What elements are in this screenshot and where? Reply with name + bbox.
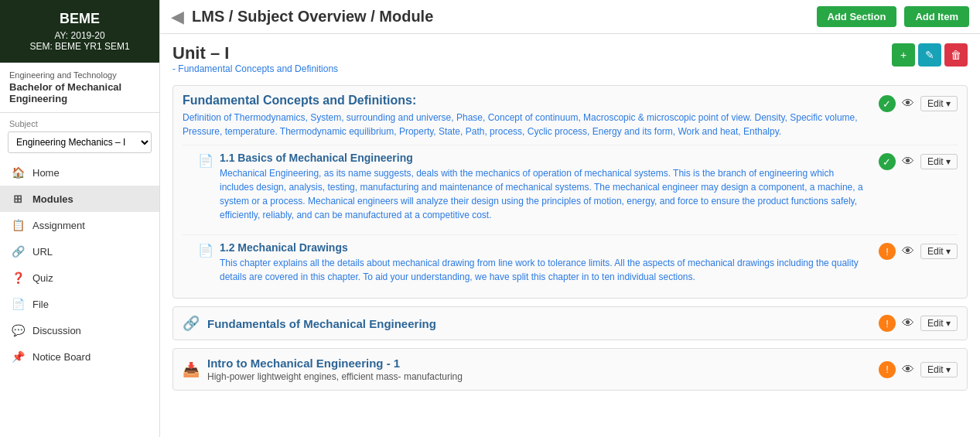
standalone-item-1-title: Fundamentals of Mechanical Engineering [207, 317, 879, 330]
main-content: ◀ LMS / Subject Overview / Module Add Se… [160, 0, 980, 437]
sub-item-1-2-content: 1.2 Mechanical Drawings This chapter exp… [220, 241, 865, 284]
course-faculty: Engineering and Technology [9, 70, 150, 80]
unit-add-button[interactable]: + [892, 43, 915, 67]
url-icon: 🔗 [11, 245, 25, 258]
sidebar: BEME AY: 2019-20 SEM: BEME YR1 SEM1 Engi… [0, 0, 160, 437]
sub-item-1-2: 📄 1.2 Mechanical Drawings This chapter e… [183, 234, 958, 290]
sub-item-1-2-status: ! [879, 243, 896, 260]
semester: SEM: BEME YR1 SEM1 [6, 41, 153, 52]
sidebar-item-assignment[interactable]: 📋 Assignment [0, 212, 159, 238]
sub-item-1-1-eye-icon[interactable]: 👁 [902, 155, 914, 169]
section-1-desc: Definition of Thermodynamics, System, su… [183, 111, 865, 138]
standalone-item-2-eye-icon[interactable]: 👁 [902, 363, 914, 377]
sidebar-item-home[interactable]: 🏠 Home [0, 159, 159, 186]
school-code: BEME [6, 11, 153, 27]
sidebar-item-quiz-label: Quiz [32, 272, 53, 284]
section-1-controls: ✓ 👁 Edit ▾ [865, 95, 958, 112]
sub-item-1-1-icon: 📄 [198, 153, 213, 168]
sidebar-item-url[interactable]: 🔗 URL [0, 238, 159, 265]
sidebar-item-assignment-label: Assignment [32, 220, 85, 231]
standalone-item-2-desc: High-power lightweight engines, efficien… [207, 371, 879, 382]
sub-item-1-1-controls: ✓ 👁 Edit ▾ [865, 153, 958, 170]
sidebar-course: Engineering and Technology Bachelor of M… [0, 63, 159, 113]
subject-select[interactable]: Engineering Mechanics – I [8, 131, 152, 153]
sub-item-1-2-edit-button[interactable]: Edit ▾ [920, 244, 958, 259]
topbar: ◀ LMS / Subject Overview / Module Add Se… [160, 0, 980, 34]
sub-item-1-2-icon: 📄 [198, 243, 213, 258]
sub-item-1-1-desc: Mechanical Engineering, as its name sugg… [220, 166, 865, 222]
unit-edit-button[interactable]: ✎ [918, 43, 941, 67]
quiz-icon: ❓ [11, 271, 25, 284]
sidebar-item-home-label: Home [32, 167, 60, 179]
unit-delete-button[interactable]: 🗑 [944, 43, 968, 67]
sidebar-item-discussion-label: Discussion [32, 325, 81, 336]
sub-item-1-2-eye-icon[interactable]: 👁 [902, 244, 914, 258]
standalone-item-2-edit-button[interactable]: Edit ▾ [920, 362, 958, 377]
home-icon: 🏠 [11, 166, 25, 179]
section-1-status: ✓ [879, 95, 896, 112]
sidebar-item-notice-board-label: Notice Board [32, 351, 90, 363]
sub-item-1-1-edit-button[interactable]: Edit ▾ [920, 154, 958, 169]
standalone-item-2-title: Intro to Mechanical Engineering - 1 [207, 357, 879, 370]
notice-board-icon: 📌 [11, 350, 25, 363]
standalone-item-2: 📥 Intro to Mechanical Engineering - 1 Hi… [172, 348, 968, 391]
section-1-title: Fundamental Concepts and Definitions: [183, 94, 865, 108]
academic-year: AY: 2019-20 [6, 30, 153, 41]
section-1: Fundamental Concepts and Definitions: De… [172, 85, 968, 299]
sidebar-item-url-label: URL [32, 246, 53, 258]
sub-item-1-2-controls: ! 👁 Edit ▾ [865, 243, 958, 260]
back-button[interactable]: ◀ [171, 9, 184, 26]
course-name: Bachelor of Mechanical Engineering [9, 81, 150, 104]
standalone-item-2-icon: 📥 [183, 361, 200, 378]
standalone-item-2-status: ! [879, 361, 896, 378]
unit-actions: + ✎ 🗑 [892, 43, 968, 67]
standalone-item-1-status: ! [879, 315, 896, 332]
sub-item-1-1: 📄 1.1 Basics of Mechanical Engineering M… [183, 145, 958, 228]
unit-subtitle: - Fundamental Concepts and Definitions [172, 63, 338, 74]
standalone-item-1: 🔗 Fundamentals of Mechanical Engineering… [172, 306, 968, 340]
sidebar-item-quiz[interactable]: ❓ Quiz [0, 265, 159, 291]
standalone-item-2-content: Intro to Mechanical Engineering - 1 High… [207, 357, 879, 382]
sub-item-1-1-title: 1.1 Basics of Mechanical Engineering [220, 152, 865, 164]
breadcrumb: LMS / Subject Overview / Module [192, 8, 809, 26]
sidebar-item-file-label: File [32, 299, 49, 310]
sidebar-item-modules-label: Modules [32, 193, 73, 205]
sidebar-nav: 🏠 Home ⊞ Modules 📋 Assignment 🔗 URL ❓ Qu… [0, 159, 159, 437]
sidebar-header: BEME AY: 2019-20 SEM: BEME YR1 SEM1 [0, 0, 159, 63]
sub-item-1-1-status: ✓ [879, 153, 896, 170]
file-icon: 📄 [11, 298, 25, 310]
section-1-eye-icon[interactable]: 👁 [902, 97, 914, 111]
add-item-button[interactable]: Add Item [904, 6, 969, 27]
sidebar-item-modules[interactable]: ⊞ Modules [0, 186, 159, 212]
assignment-icon: 📋 [11, 219, 25, 231]
standalone-item-1-controls: ! 👁 Edit ▾ [879, 315, 958, 332]
sidebar-item-file[interactable]: 📄 File [0, 291, 159, 317]
standalone-item-1-edit-button[interactable]: Edit ▾ [920, 316, 958, 331]
modules-icon: ⊞ [11, 193, 25, 205]
unit-title: Unit – I [172, 43, 338, 63]
unit-header: Unit – I - Fundamental Concepts and Defi… [172, 43, 968, 84]
sidebar-item-discussion[interactable]: 💬 Discussion [0, 317, 159, 343]
sub-item-1-2-desc: This chapter explains all the details ab… [220, 256, 865, 284]
add-section-button[interactable]: Add Section [817, 6, 897, 27]
standalone-item-1-content: Fundamentals of Mechanical Engineering [207, 317, 879, 330]
sidebar-item-notice-board[interactable]: 📌 Notice Board [0, 343, 159, 370]
sub-item-1-1-content: 1.1 Basics of Mechanical Engineering Mec… [220, 152, 865, 222]
standalone-item-1-eye-icon[interactable]: 👁 [902, 316, 914, 330]
subject-label: Subject [0, 113, 159, 131]
content-area: Unit – I - Fundamental Concepts and Defi… [160, 34, 980, 437]
section-1-header: Fundamental Concepts and Definitions: De… [183, 94, 958, 138]
discussion-icon: 💬 [11, 324, 25, 336]
section-1-edit-button[interactable]: Edit ▾ [920, 96, 958, 111]
standalone-item-2-controls: ! 👁 Edit ▾ [879, 361, 958, 378]
standalone-item-1-icon: 🔗 [183, 315, 200, 332]
sub-item-1-2-title: 1.2 Mechanical Drawings [220, 241, 865, 254]
